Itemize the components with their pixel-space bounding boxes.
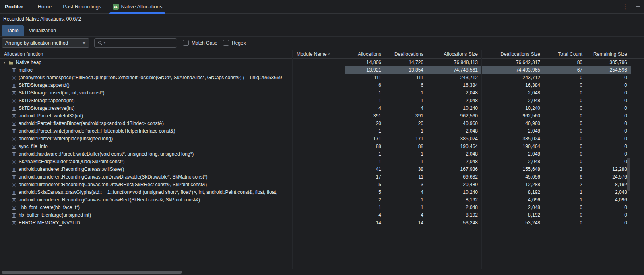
remainingSize-cell: 0 <box>586 150 631 158</box>
deallocationsSize-cell: 155,648 <box>482 166 544 173</box>
totalCount-cell: 0 <box>544 74 586 82</box>
column-header-remainingSize[interactable]: Remaining Size <box>586 51 631 57</box>
search-field[interactable]: ▾ <box>94 38 177 48</box>
table-row[interactable]: sync_file_info8888190,464190,46400 <box>0 143 644 150</box>
tab-visualization[interactable]: Visualization <box>24 25 61 36</box>
column-header-module[interactable]: Module Name^ <box>293 51 345 57</box>
allocation-function-cell: SkTDStorage::append() <box>0 82 293 89</box>
allocationsSize-cell: 2,048 <box>427 89 482 97</box>
column-separator[interactable] <box>586 50 586 269</box>
allocations-cell: 20 <box>345 120 385 127</box>
allocationsSize-cell: 167,936 <box>427 166 482 173</box>
column-separator[interactable] <box>345 50 345 269</box>
remainingSize-cell: 12,288 <box>586 166 631 173</box>
column-header-allocations[interactable]: Allocations <box>345 51 385 57</box>
column-separator[interactable] <box>427 50 427 269</box>
deallocations-cell: 4 <box>385 211 427 219</box>
totalCount-cell: 0 <box>544 112 586 120</box>
table-row[interactable]: malloc13,92113,85474,748,56174,493,96567… <box>0 66 644 74</box>
table-row[interactable]: SkAnalyticEdgeBuilder::addQuad(SkPoint c… <box>0 158 644 166</box>
table-row[interactable]: android::SkiaCanvas::drawGlyphs(std::__1… <box>0 189 644 196</box>
arrange-dropdown[interactable]: Arrange by allocation method ▼ <box>2 38 89 48</box>
table-row[interactable]: android::uirenderer::RecordingCanvas::on… <box>0 173 644 181</box>
table-row[interactable]: SkTDStorage::append(int)112,0482,04800 <box>0 97 644 105</box>
module-name-cell <box>293 204 345 211</box>
table-row[interactable]: android::uirenderer::RecordingCanvas::on… <box>0 196 644 204</box>
allocation-function-cell: android::Parcel::writeInplace(unsigned l… <box>0 135 293 143</box>
allocation-function-label: hb_buffer_t::enlarge(unsigned int) <box>19 211 91 219</box>
table-row[interactable]: ERROR MEMORY_INVALID141453,24853,24800 <box>0 219 644 227</box>
table-row[interactable]: SkTDStorage::insert(int, int, void const… <box>0 89 644 97</box>
deallocationsSize-cell: 2,048 <box>482 97 544 105</box>
table-row[interactable]: android::Parcel::writeInplace(unsigned l… <box>0 135 644 143</box>
match-case-option[interactable]: Match Case <box>183 40 217 46</box>
remainingSize-cell: 2,048 <box>586 189 631 196</box>
column-header-deallocationsSize[interactable]: Deallocations Size <box>482 51 544 57</box>
table-row[interactable]: SkTDStorage::append()6616,38416,38400 <box>0 82 644 89</box>
table-row[interactable]: android::Parcel::flattenBinder(android::… <box>0 120 644 127</box>
kebab-menu-icon[interactable]: ⋮ <box>621 3 630 10</box>
totalCount-cell: 0 <box>544 143 586 150</box>
horizontal-scrollbar[interactable] <box>2 271 182 274</box>
table-body: ▾Native heap14,80614,72676,948,11376,642… <box>0 59 644 227</box>
tab-native-allocations[interactable]: 31 Native Allocations <box>107 0 168 14</box>
tab-table[interactable]: Table <box>2 25 24 36</box>
tab-past-recordings[interactable]: Past Recordings <box>57 0 107 14</box>
totalCount-cell: 6 <box>544 173 586 181</box>
deallocations-cell: 1 <box>385 196 427 204</box>
match-case-checkbox[interactable] <box>183 40 189 46</box>
table-row[interactable]: (anonymous namespace)::FillRectOpImpl::o… <box>0 74 644 82</box>
recorded-info-bar: Recorded Native Allocations: 00.672 <box>0 14 644 24</box>
method-icon <box>11 152 17 157</box>
allocationsSize-cell: 962,560 <box>427 112 482 120</box>
allocation-function-cell: android::Parcel::write(android::Parcel::… <box>0 127 293 135</box>
deallocationsSize-cell: 4,096 <box>482 196 544 204</box>
allocations-cell: 4 <box>345 211 385 219</box>
table-row[interactable]: SkTDStorage::reserve(int)4410,24010,2400… <box>0 105 644 112</box>
column-header-fn[interactable]: Allocation function <box>0 51 293 57</box>
allocationsSize-cell: 385,024 <box>427 135 482 143</box>
deallocations-cell: 1 <box>385 204 427 211</box>
search-history-chevron-icon[interactable]: ▾ <box>104 41 105 45</box>
table-row[interactable]: android::Parcel::write(android::Parcel::… <box>0 127 644 135</box>
regex-option[interactable]: Regex <box>223 40 246 46</box>
expand-arrow-icon[interactable]: ▾ <box>2 59 6 66</box>
totalCount-cell: 0 <box>544 89 586 97</box>
allocations-cell: 5 <box>345 189 385 196</box>
search-input[interactable] <box>107 40 174 46</box>
method-icon <box>11 91 17 96</box>
column-header-allocationsSize[interactable]: Allocations Size <box>427 51 482 57</box>
vertical-scrollbar[interactable] <box>627 158 630 191</box>
module-name-cell <box>293 181 345 189</box>
method-icon <box>11 190 17 195</box>
tab-table-label: Table <box>7 28 19 33</box>
column-separator[interactable] <box>292 50 293 269</box>
remainingSize-cell: 0 <box>586 158 631 166</box>
column-separator[interactable] <box>385 50 385 269</box>
remainingSize-cell: 0 <box>586 120 631 127</box>
table-row[interactable]: ▾Native heap14,80614,72676,948,11376,642… <box>0 59 644 66</box>
table-row[interactable]: hb_buffer_t::enlarge(unsigned int)448,19… <box>0 211 644 219</box>
column-separator[interactable] <box>631 50 631 269</box>
column-separator[interactable] <box>481 50 482 269</box>
table-row[interactable]: _hb_font_create(hb_face_t*)112,0482,0480… <box>0 204 644 211</box>
hide-panel-icon[interactable] <box>636 6 640 7</box>
deallocationsSize-cell: 74,493,965 <box>482 66 544 74</box>
table-row[interactable]: android::uirenderer::RecordingCanvas::wi… <box>0 166 644 173</box>
allocation-function-label: android::uirenderer::RecordingCanvas::on… <box>19 196 200 204</box>
column-header-deallocations[interactable]: Deallocations <box>385 51 427 57</box>
recorded-info-text: Recorded Native Allocations: 00.672 <box>3 16 81 22</box>
column-header-totalCount[interactable]: Total Count <box>544 51 586 57</box>
totalCount-cell: 0 <box>544 204 586 211</box>
allocation-function-label: (anonymous namespace)::FillRectOpImpl::o… <box>19 74 282 82</box>
method-icon <box>11 83 17 88</box>
regex-checkbox[interactable] <box>223 40 229 46</box>
tab-home[interactable]: Home <box>32 0 58 14</box>
method-icon <box>11 221 17 226</box>
deallocationsSize-cell: 53,248 <box>482 219 544 227</box>
table-row[interactable]: android::uirenderer::RecordingCanvas::on… <box>0 181 644 189</box>
view-tab-strip: Table Visualization <box>0 24 644 37</box>
table-row[interactable]: android::hardware::Parcel::writeBuffer(v… <box>0 150 644 158</box>
table-row[interactable]: android::Parcel::writeInt32(int)39139196… <box>0 112 644 120</box>
column-separator[interactable] <box>544 50 544 269</box>
